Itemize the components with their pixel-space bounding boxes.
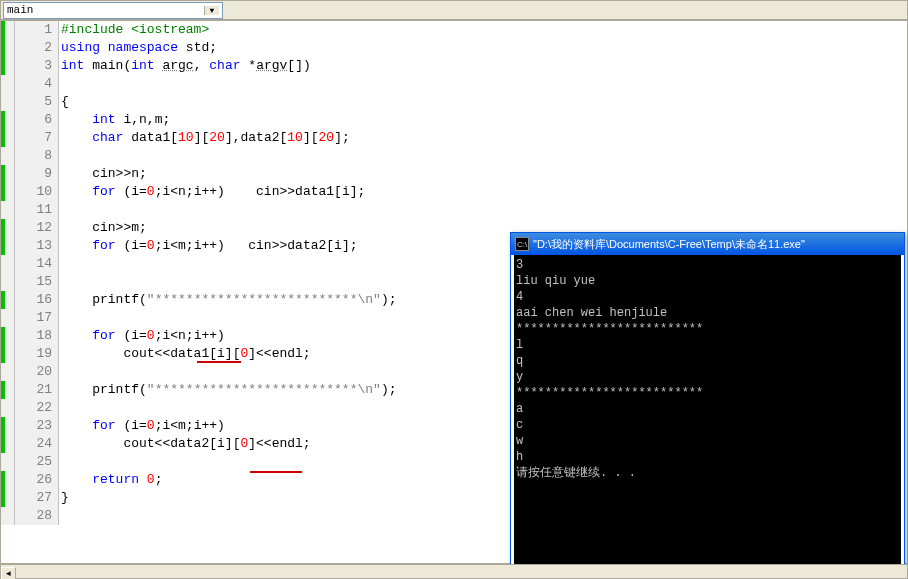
code-content[interactable]: #include <iostream>	[59, 21, 209, 39]
line-number: 15	[15, 273, 59, 291]
line-number: 6	[15, 111, 59, 129]
editor-toolbar: main ▼	[0, 0, 908, 20]
code-content[interactable]	[59, 255, 61, 273]
change-marker	[1, 471, 15, 489]
change-marker	[1, 345, 15, 363]
change-marker	[1, 93, 15, 111]
change-marker	[1, 381, 15, 399]
code-content[interactable]	[59, 453, 61, 471]
change-marker	[1, 489, 15, 507]
code-content[interactable]	[59, 507, 61, 525]
code-content[interactable]	[59, 363, 61, 381]
code-line[interactable]: 11	[1, 201, 907, 219]
line-number: 10	[15, 183, 59, 201]
code-line[interactable]: 3int main(int argc, char *argv[])	[1, 57, 907, 75]
code-line[interactable]: 5{	[1, 93, 907, 111]
line-number: 9	[15, 165, 59, 183]
change-marker	[1, 453, 15, 471]
code-content[interactable]: using namespace std;	[59, 39, 217, 57]
code-content[interactable]: cout<<data2[i][0]<<endl;	[59, 435, 311, 453]
line-number: 14	[15, 255, 59, 273]
code-content[interactable]	[59, 75, 61, 93]
change-marker	[1, 327, 15, 345]
code-content[interactable]	[59, 273, 61, 291]
line-number: 7	[15, 129, 59, 147]
code-content[interactable]: char data1[10][20],data2[10][20];	[59, 129, 350, 147]
change-marker	[1, 435, 15, 453]
code-content[interactable]	[59, 309, 61, 327]
code-line[interactable]: 4	[1, 75, 907, 93]
line-number: 18	[15, 327, 59, 345]
code-line[interactable]: 8	[1, 147, 907, 165]
function-name: main	[7, 4, 33, 16]
code-content[interactable]: {	[59, 93, 69, 111]
code-content[interactable]: printf("**************************\n");	[59, 291, 396, 309]
change-marker	[1, 21, 15, 39]
console-titlebar[interactable]: C:\ "D:\我的资料库\Documents\C-Free\Temp\未命名1…	[511, 233, 904, 255]
code-content[interactable]: int main(int argc, char *argv[])	[59, 57, 311, 75]
code-content[interactable]: printf("**************************\n");	[59, 381, 396, 399]
change-marker	[1, 183, 15, 201]
line-number: 23	[15, 417, 59, 435]
code-content[interactable]: for (i=0;i<m;i++)	[59, 417, 225, 435]
line-number: 2	[15, 39, 59, 57]
code-line[interactable]: 9 cin>>n;	[1, 165, 907, 183]
line-number: 28	[15, 507, 59, 525]
line-number: 8	[15, 147, 59, 165]
line-number: 19	[15, 345, 59, 363]
code-line[interactable]: 6 int i,n,m;	[1, 111, 907, 129]
line-number: 26	[15, 471, 59, 489]
code-content[interactable]	[59, 399, 61, 417]
console-icon: C:\	[515, 237, 529, 251]
line-number: 20	[15, 363, 59, 381]
code-content[interactable]: for (i=0;i<n;i++)	[59, 327, 225, 345]
change-marker	[1, 291, 15, 309]
line-number: 21	[15, 381, 59, 399]
scroll-left-button[interactable]: ◄	[1, 567, 16, 579]
change-marker	[1, 417, 15, 435]
change-marker	[1, 237, 15, 255]
code-content[interactable]	[59, 201, 61, 219]
code-line[interactable]: 1#include <iostream>	[1, 21, 907, 39]
change-marker	[1, 111, 15, 129]
console-window[interactable]: C:\ "D:\我的资料库\Documents\C-Free\Temp\未命名1…	[510, 232, 905, 575]
line-number: 24	[15, 435, 59, 453]
change-marker	[1, 255, 15, 273]
code-content[interactable]: cin>>m;	[59, 219, 147, 237]
line-number: 27	[15, 489, 59, 507]
change-marker	[1, 129, 15, 147]
change-marker	[1, 309, 15, 327]
code-line[interactable]: 2using namespace std;	[1, 39, 907, 57]
code-line[interactable]: 10 for (i=0;i<n;i++) cin>>data1[i];	[1, 183, 907, 201]
console-title-text: "D:\我的资料库\Documents\C-Free\Temp\未命名11.ex…	[533, 237, 805, 252]
line-number: 16	[15, 291, 59, 309]
change-marker	[1, 39, 15, 57]
console-output: 3 liu qiu yue 4 aai chen wei henjiule **…	[514, 255, 901, 571]
chevron-down-icon: ▼	[204, 6, 219, 15]
code-content[interactable]	[59, 147, 61, 165]
change-marker	[1, 75, 15, 93]
change-marker	[1, 219, 15, 237]
change-marker	[1, 507, 15, 525]
code-content[interactable]: return 0;	[59, 471, 162, 489]
line-number: 11	[15, 201, 59, 219]
line-number: 25	[15, 453, 59, 471]
code-content[interactable]: cout<<data1[i][0]<<endl;	[59, 345, 311, 363]
line-number: 22	[15, 399, 59, 417]
change-marker	[1, 201, 15, 219]
line-number: 17	[15, 309, 59, 327]
change-marker	[1, 165, 15, 183]
code-content[interactable]: for (i=0;i<m;i++) cin>>data2[i];	[59, 237, 358, 255]
change-marker	[1, 57, 15, 75]
code-content[interactable]: for (i=0;i<n;i++) cin>>data1[i];	[59, 183, 365, 201]
code-content[interactable]: cin>>n;	[59, 165, 147, 183]
function-dropdown[interactable]: main ▼	[3, 2, 223, 19]
line-number: 4	[15, 75, 59, 93]
horizontal-scrollbar[interactable]: ◄	[0, 564, 908, 579]
line-number: 12	[15, 219, 59, 237]
code-content[interactable]: }	[59, 489, 69, 507]
code-line[interactable]: 7 char data1[10][20],data2[10][20];	[1, 129, 907, 147]
change-marker	[1, 399, 15, 417]
code-content[interactable]: int i,n,m;	[59, 111, 170, 129]
line-number: 5	[15, 93, 59, 111]
